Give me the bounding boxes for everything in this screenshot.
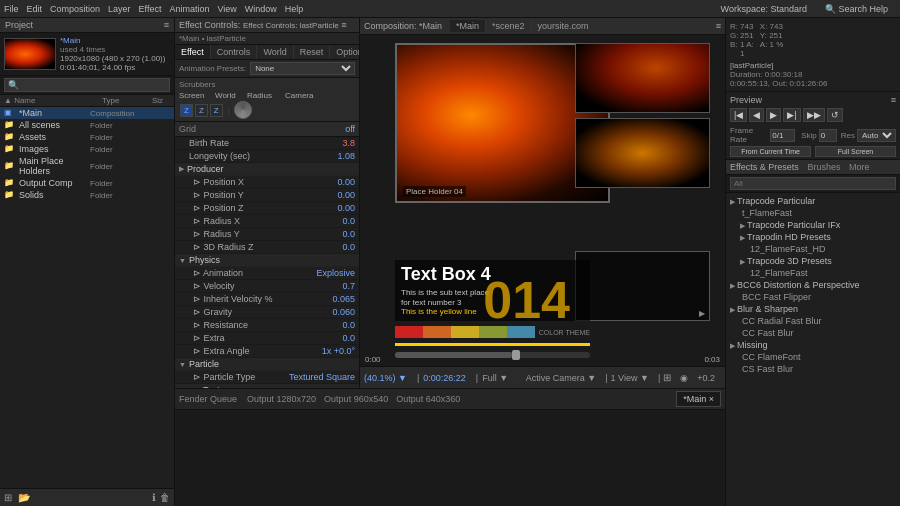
tab-main-tl[interactable]: *Main × <box>676 391 721 407</box>
physics-header[interactable]: ▼ Physics <box>175 254 359 267</box>
frame-rate-input[interactable] <box>770 129 795 142</box>
prev-back-btn[interactable]: ◀ <box>749 108 764 122</box>
effects-item-fast-flipper[interactable]: BCC Fast Flipper <box>726 291 900 303</box>
preview-options[interactable]: ≡ <box>891 95 896 105</box>
from-current-btn[interactable]: From Current Time <box>730 146 811 157</box>
project-item-assets[interactable]: 📁 Assets Folder <box>0 131 174 143</box>
project-search-input[interactable] <box>4 78 170 92</box>
view-select[interactable]: 1 View ▼ <box>611 373 649 383</box>
extra-value[interactable]: 0.0 <box>342 333 355 343</box>
menu-effect[interactable]: Effect <box>139 4 162 14</box>
project-item-images[interactable]: 📁 Images Folder <box>0 143 174 155</box>
resistance-value[interactable]: 0.0 <box>342 320 355 330</box>
delete-icon[interactable]: 🗑 <box>160 492 170 503</box>
skip-input[interactable] <box>819 129 837 142</box>
effect-panel-options[interactable]: ≡ <box>341 20 346 30</box>
animation-value[interactable]: Explosive <box>316 268 355 278</box>
comp-magnification[interactable]: (40.1%) ▼ <box>364 373 407 383</box>
search-help[interactable]: 🔍 Search Help <box>825 4 888 14</box>
menu-composition[interactable]: Composition <box>50 4 100 14</box>
axis-z-btn[interactable]: Z <box>210 104 223 117</box>
axis-x-btn[interactable]: Z <box>180 104 193 117</box>
active-camera[interactable]: Active Camera ▼ <box>526 373 596 383</box>
effects-folder-blur[interactable]: ▶Blur & Sharpen <box>726 303 900 315</box>
effects-item-flamefont[interactable]: CC FlameFont <box>726 351 900 363</box>
animation-presets-select[interactable]: None <box>250 62 355 75</box>
menu-animation[interactable]: Animation <box>169 4 209 14</box>
scrub-handle[interactable] <box>512 350 520 360</box>
particle-type-value[interactable]: Textured Square <box>289 372 355 382</box>
project-options-icon[interactable]: ≡ <box>164 20 169 30</box>
info-icon[interactable]: ℹ <box>152 492 156 503</box>
effects-folder-trapcode-3d[interactable]: ▶Trapcode 3D Presets <box>726 255 900 267</box>
resolution-select[interactable]: Auto Full Half <box>857 129 896 142</box>
plus-btn[interactable]: +0.2 <box>697 373 715 383</box>
longevity-value[interactable]: 1.08 <box>337 151 355 161</box>
tab-yoursite[interactable]: yoursite.com <box>532 20 595 32</box>
output-small[interactable]: Output 960x540 <box>324 394 388 404</box>
output-queue-label[interactable]: Output 1280x720 <box>247 394 316 404</box>
prev-fwd-btn[interactable]: ▶| <box>783 108 800 122</box>
effects-item-fast-blur[interactable]: CC Fast Blur <box>726 327 900 339</box>
effects-item-flamefast[interactable]: t_FlameFast <box>726 207 900 219</box>
velocity-value[interactable]: 0.7 <box>342 281 355 291</box>
tab-main[interactable]: *Main <box>450 20 486 32</box>
inherit-vel-value[interactable]: 0.065 <box>332 294 355 304</box>
more-tab[interactable]: More <box>849 162 870 172</box>
effects-item-flamefast2[interactable]: 12_FlameFast <box>726 267 900 279</box>
snap-btn[interactable]: ◉ <box>680 373 688 383</box>
menu-help[interactable]: Help <box>285 4 304 14</box>
effects-folder-missing[interactable]: ▶Missing <box>726 339 900 351</box>
effects-item-cs-fast-blur[interactable]: CS Fast Blur <box>726 363 900 375</box>
prev-play-btn[interactable]: ▶ <box>766 108 781 122</box>
pos-z-value[interactable]: 0.00 <box>337 203 355 213</box>
project-item-allscenes[interactable]: 📁 All scenes Folder <box>0 119 174 131</box>
pos-y-value[interactable]: 0.00 <box>337 190 355 200</box>
tab-options[interactable]: Options <box>330 45 360 59</box>
project-item-main[interactable]: ▣ *Main Composition <box>0 107 174 119</box>
prev-start-btn[interactable]: |◀ <box>730 108 747 122</box>
pos-x-value[interactable]: 0.00 <box>337 177 355 187</box>
producer-header[interactable]: ▶ Producer <box>175 163 359 176</box>
comp-current-time[interactable]: 0:00:26:22 <box>423 373 466 383</box>
project-item-solids[interactable]: 📁 Solids Folder <box>0 189 174 201</box>
full-screen-btn[interactable]: Full Screen <box>815 146 896 157</box>
radius-y-value[interactable]: 0.0 <box>342 229 355 239</box>
menu-view[interactable]: View <box>217 4 236 14</box>
comp-options-icon[interactable]: ≡ <box>716 21 721 31</box>
brushes-tab[interactable]: Brushes <box>807 162 840 172</box>
birth-rate-value[interactable]: 3.8 <box>342 138 355 148</box>
extra-angle-value[interactable]: 1x +0.0° <box>322 346 355 356</box>
menu-window[interactable]: Window <box>245 4 277 14</box>
radius-x-value[interactable]: 0.0 <box>342 216 355 226</box>
effects-folder-trapodin-hd[interactable]: ▶Trapodin HD Presets <box>726 231 900 243</box>
tab-effect[interactable]: Effect <box>175 45 211 59</box>
output-med[interactable]: Output 640x360 <box>396 394 460 404</box>
project-item-placeholders[interactable]: 📁 Main Place Holders Folder <box>0 155 174 177</box>
gravity-value[interactable]: 0.060 <box>332 307 355 317</box>
prev-loop-btn[interactable]: ↺ <box>827 108 843 122</box>
menu-edit[interactable]: Edit <box>27 4 43 14</box>
scrub-bar[interactable] <box>395 352 590 358</box>
project-item-outputcomp[interactable]: 📁 Output Comp Folder <box>0 177 174 189</box>
effects-folder-trapcode[interactable]: ▶Trapcode Particular <box>726 195 900 207</box>
tab-reset[interactable]: Reset <box>294 45 331 59</box>
particle-header[interactable]: ▼ Particle <box>175 358 359 371</box>
grid-btn[interactable]: ⊞ <box>663 372 671 383</box>
effects-search-input[interactable] <box>730 177 896 190</box>
menu-layer[interactable]: Layer <box>108 4 131 14</box>
effects-item-flamefast-hd[interactable]: 12_FlameFast_HD <box>726 243 900 255</box>
tab-scene2[interactable]: *scene2 <box>486 20 532 32</box>
tab-world[interactable]: World <box>257 45 293 59</box>
new-folder-icon[interactable]: 📂 <box>18 492 30 503</box>
prev-ram-btn[interactable]: ▶▶ <box>803 108 825 122</box>
comp-resolution[interactable]: Full ▼ <box>482 373 508 383</box>
render-queue-label[interactable]: Fender Queue <box>179 394 237 404</box>
effects-item-radial-blur[interactable]: CC Radial Fast Blur <box>726 315 900 327</box>
new-comp-icon[interactable]: ⊞ <box>4 492 12 503</box>
menu-file[interactable]: File <box>4 4 19 14</box>
camera-knob[interactable] <box>234 101 252 119</box>
axis-y-btn[interactable]: Z <box>195 104 208 117</box>
effects-folder-bcc6[interactable]: ▶BCC6 Distortion & Perspective <box>726 279 900 291</box>
effects-folder-trapcode-ifx[interactable]: ▶Trapcode Particular IFx <box>726 219 900 231</box>
